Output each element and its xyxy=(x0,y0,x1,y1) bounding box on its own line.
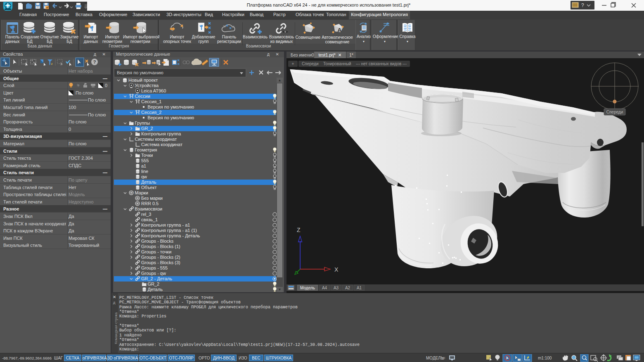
svg-text:X: X xyxy=(334,266,339,273)
svg-text:Z: Z xyxy=(297,227,301,233)
svg-text:?: ? xyxy=(93,59,96,64)
svg-text:еʲ: еʲ xyxy=(442,356,445,360)
svg-text:Спереди: Спереди xyxy=(606,110,623,114)
svg-text:?: ? xyxy=(581,2,584,8)
svg-text:A: A xyxy=(337,26,342,33)
